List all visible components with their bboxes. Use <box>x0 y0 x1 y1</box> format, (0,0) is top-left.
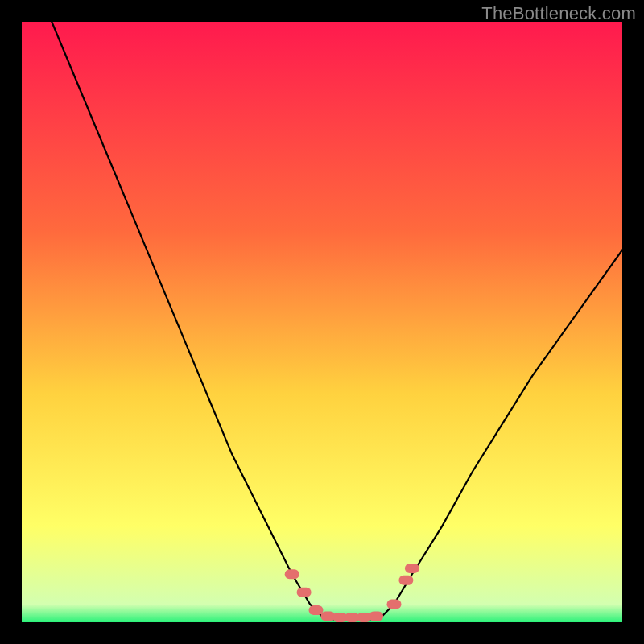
outer-frame: TheBottleneck.com <box>0 0 644 644</box>
chart-svg <box>22 22 622 622</box>
plot-area <box>22 22 622 622</box>
curve-marker <box>387 600 402 609</box>
curve-marker <box>297 588 312 597</box>
gradient-background <box>22 22 622 622</box>
watermark-text: TheBottleneck.com <box>481 3 636 24</box>
curve-marker <box>285 569 299 579</box>
curve-marker <box>405 564 419 573</box>
curve-marker <box>309 605 324 615</box>
curve-marker <box>398 576 413 585</box>
curve-marker <box>369 612 383 621</box>
